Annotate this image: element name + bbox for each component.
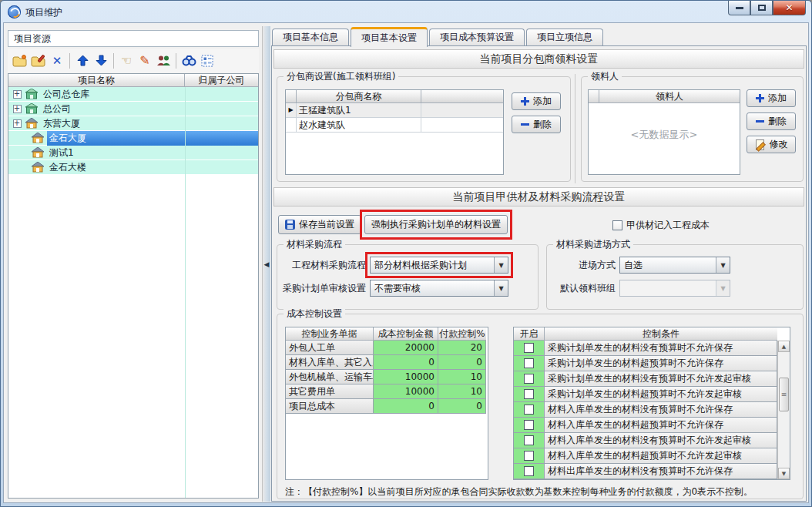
condition-checkbox[interactable]: [524, 451, 534, 461]
condition-checkbox[interactable]: [524, 405, 534, 415]
plan-audit-combo[interactable]: 不需要审核 ▼: [370, 280, 508, 297]
expand-icon[interactable]: +: [13, 90, 22, 99]
chevron-down-icon[interactable]: ▼: [494, 280, 508, 296]
scrollbar-thumb[interactable]: ≡: [779, 378, 789, 411]
delete-button[interactable]: ✕: [48, 52, 66, 70]
cost-amount-cell[interactable]: 10000: [374, 384, 438, 399]
minimize-button[interactable]: [728, 1, 750, 15]
tree-item[interactable]: +总公司: [8, 102, 258, 116]
force-plan-materials-button[interactable]: 强制执行采购计划单的材料设置: [364, 215, 508, 234]
tree-item[interactable]: 测试1: [8, 146, 258, 160]
expand-icon[interactable]: +: [13, 119, 22, 128]
condition-row[interactable]: 材料入库单发生的材料没有预算时不允许发起审核: [514, 433, 777, 448]
scroll-down-button[interactable]: ▼: [778, 468, 790, 479]
owner-material-checkbox-row[interactable]: 甲供材记入工程成本: [612, 219, 710, 232]
condition-checkbox-cell[interactable]: [514, 418, 545, 433]
column-payment-control[interactable]: 付款控制%: [438, 327, 486, 341]
condition-checkbox-cell[interactable]: [514, 433, 545, 448]
condition-checkbox[interactable]: [524, 343, 534, 353]
condition-checkbox-cell[interactable]: [514, 387, 545, 402]
payment-percent-cell[interactable]: 10: [438, 384, 486, 399]
cost-doc-row[interactable]: 项目总成本00: [286, 399, 488, 414]
condition-row[interactable]: 材料入库单发生的材料没有预算时不允许保存: [514, 402, 777, 418]
cost-amount-cell[interactable]: 0: [374, 399, 438, 414]
column-picker-name[interactable]: 领料人: [599, 90, 740, 103]
titlebar[interactable]: 项目维护 ✕: [1, 1, 811, 22]
material-flow-combo[interactable]: 部分材料根据采购计划 ▼: [370, 257, 508, 274]
entry-mode-combo[interactable]: 自选 ▼: [619, 257, 730, 274]
users-button[interactable]: [154, 52, 173, 70]
condition-row[interactable]: 采购计划单发生的材料没有预算时不允许发起审核: [514, 371, 777, 387]
chevron-down-icon[interactable]: ▼: [494, 257, 508, 273]
condition-checkbox[interactable]: [524, 420, 534, 430]
owner-material-checkbox[interactable]: [612, 220, 622, 230]
column-project-name[interactable]: 项目名称: [8, 74, 185, 87]
move-down-button[interactable]: [92, 52, 110, 70]
vertical-scrollbar[interactable]: ▲ ≡ ▼: [777, 341, 790, 479]
expand-icon[interactable]: +: [13, 105, 22, 113]
scroll-up-button[interactable]: ▲: [778, 341, 790, 352]
picker-add-button[interactable]: 添加: [747, 89, 796, 107]
tab-project-approval-info[interactable]: 项目立项信息: [526, 29, 603, 46]
cost-doc-row[interactable]: 外包人工单2000020: [286, 341, 488, 355]
grid-select-button[interactable]: [198, 52, 216, 70]
condition-checkbox[interactable]: [524, 466, 534, 476]
condition-row[interactable]: 采购计划单发生的材料超预算时不允许保存: [514, 356, 777, 371]
payment-percent-cell[interactable]: 0: [438, 355, 486, 370]
condition-checkbox-cell[interactable]: [514, 448, 545, 464]
tree-item[interactable]: +公司总仓库: [8, 87, 258, 102]
assign-button[interactable]: ☜: [117, 52, 136, 70]
condition-checkbox[interactable]: [524, 358, 534, 368]
payment-percent-cell[interactable]: 10: [438, 370, 486, 384]
tree-item[interactable]: 金石大楼: [8, 160, 258, 175]
rename-button[interactable]: ✎: [136, 52, 154, 70]
condition-checkbox[interactable]: [524, 389, 534, 399]
column-doc-type[interactable]: 控制业务单据: [286, 327, 374, 341]
payment-percent-cell[interactable]: 20: [438, 341, 486, 355]
condition-checkbox[interactable]: [524, 435, 534, 445]
cost-amount-cell[interactable]: 10000: [374, 370, 438, 384]
cost-amount-cell[interactable]: 0: [374, 355, 438, 370]
close-button[interactable]: ✕: [773, 1, 806, 15]
column-cost-amount[interactable]: 成本控制金额: [374, 327, 438, 341]
tab-project-basic-info[interactable]: 项目基本信息: [272, 29, 349, 46]
panel-splitter[interactable]: ◀: [262, 26, 270, 502]
column-subsidiary[interactable]: 归属子公司: [185, 74, 258, 87]
condition-row[interactable]: 材料出库单发生的材料没有预算时不允许保存: [514, 464, 777, 479]
subcontractor-add-button[interactable]: 添加: [512, 92, 561, 110]
column-condition[interactable]: 控制条件: [545, 327, 777, 341]
tree-item[interactable]: 金石大厦: [8, 131, 258, 146]
maximize-button[interactable]: [750, 1, 773, 15]
tab-project-cost-budget-settings[interactable]: 项目成本预算设置: [429, 29, 525, 46]
column-enabled[interactable]: 开启: [514, 327, 545, 341]
search-button[interactable]: [180, 52, 198, 70]
column-subcontractor-name[interactable]: 分包商名称: [297, 90, 421, 103]
condition-checkbox-cell[interactable]: [514, 356, 545, 371]
save-current-settings-button[interactable]: 保存当前设置: [278, 215, 361, 234]
picker-modify-button[interactable]: 修改: [747, 136, 796, 153]
subcontractor-row[interactable]: ▶王猛建筑队1: [286, 103, 503, 118]
add-folder-button[interactable]: [11, 52, 29, 70]
edit-folder-button[interactable]: [29, 52, 48, 70]
tree-item[interactable]: +东营大厦: [8, 116, 258, 131]
condition-checkbox-cell[interactable]: [514, 464, 545, 479]
cost-doc-row[interactable]: 材料入库单、其它入库单00: [286, 355, 488, 370]
condition-checkbox-cell[interactable]: [514, 341, 545, 356]
condition-checkbox-cell[interactable]: [514, 371, 545, 387]
condition-row[interactable]: 采购计划单发生的材料超预算时不允许发起审核: [514, 387, 777, 402]
subcontractor-row[interactable]: 赵水建筑队: [286, 118, 503, 133]
cost-doc-row[interactable]: 其它费用单1000010: [286, 384, 488, 399]
picker-delete-button[interactable]: 删除: [747, 112, 796, 130]
condition-row[interactable]: 材料入库单发生的材料超预算时不允许发起审核: [514, 448, 777, 464]
condition-row[interactable]: 采购计划单发生的材料没有预算时不允许保存: [514, 341, 777, 356]
condition-checkbox[interactable]: [524, 374, 534, 384]
condition-row[interactable]: 材料入库单发生的材料超预算时不允许保存: [514, 418, 777, 433]
cost-doc-row[interactable]: 外包机械单、运输车单1000010: [286, 370, 488, 384]
subcontractor-delete-button[interactable]: 删除: [512, 116, 561, 133]
condition-checkbox-cell[interactable]: [514, 402, 545, 418]
payment-percent-cell[interactable]: 0: [438, 399, 486, 414]
chevron-down-icon[interactable]: ▼: [716, 257, 730, 273]
tab-project-basic-settings[interactable]: 项目基本设置: [351, 27, 428, 47]
cost-amount-cell[interactable]: 20000: [374, 341, 438, 355]
move-up-button[interactable]: [73, 52, 92, 70]
